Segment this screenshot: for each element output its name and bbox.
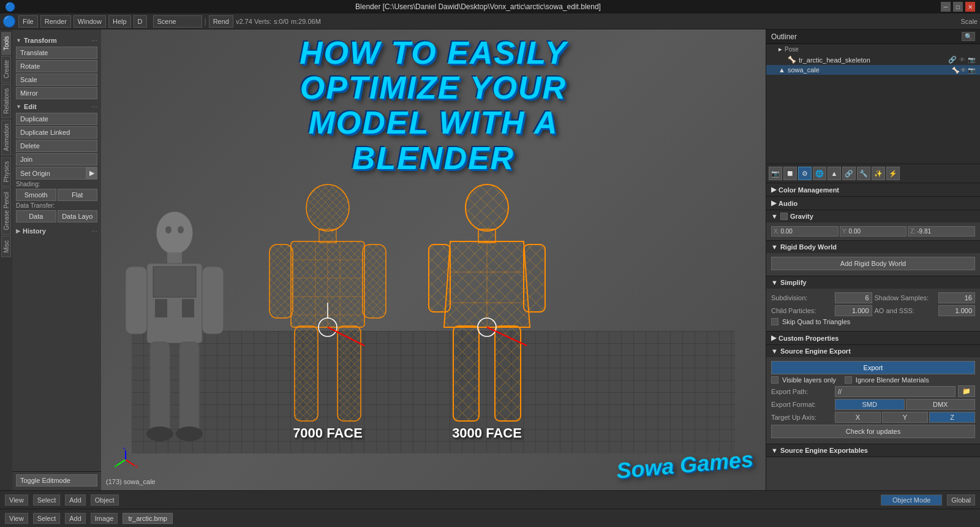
scene-input[interactable] [153, 15, 202, 28]
menu-file[interactable]: File [18, 15, 38, 28]
check-updates-button[interactable]: Check for updates [771, 425, 975, 438]
duplicate-linked-button[interactable]: Duplicate Linked [16, 126, 97, 138]
subdivision-value[interactable]: 6 [835, 292, 872, 303]
dmx-button[interactable]: DMX [906, 399, 976, 410]
image-button[interactable]: Image [91, 513, 118, 524]
simplify-header[interactable]: ▼ Simplify [766, 276, 980, 289]
duplicate-button[interactable]: Duplicate [16, 113, 97, 125]
prop-icon-scene[interactable]: ⚙ [798, 167, 812, 180]
vtab-grease-pencil[interactable]: Grease Pencil [1, 188, 11, 235]
delete-button[interactable]: Delete [16, 140, 97, 152]
transform-arrow: ▼ [16, 37, 21, 44]
gravity-x-field[interactable]: X: 0.00 [771, 226, 839, 237]
close-button[interactable]: ✕ [965, 2, 975, 12]
shadow-samples-value[interactable]: 16 [938, 292, 976, 303]
add-button[interactable]: Add [65, 495, 86, 506]
menu-window[interactable]: Window [74, 15, 106, 28]
maximize-button[interactable]: □ [953, 2, 963, 12]
source-engine-header[interactable]: ▼ Source Engine Export [766, 345, 980, 357]
select-button[interactable]: Select [33, 495, 61, 506]
color-management-header[interactable]: ▶ Color Management [766, 183, 980, 196]
object-mode-button[interactable]: Object Mode [881, 495, 942, 506]
ao-sss-value[interactable]: 1.000 [938, 305, 976, 316]
flat-button[interactable]: Flat [58, 189, 98, 201]
transform-options: ⋯ [91, 37, 97, 44]
object-button[interactable]: Object [91, 495, 119, 506]
custom-properties-header[interactable]: ▶ Custom Properties [766, 332, 980, 344]
export-path-browse[interactable]: 📁 [958, 385, 975, 397]
prop-icon-physics[interactable]: ⚡ [886, 167, 900, 180]
models-area: 7000 FACE [119, 180, 548, 441]
prop-icon-constraints[interactable]: 🔗 [842, 167, 856, 180]
render-button[interactable]: Rend [209, 15, 233, 28]
menu-d[interactable]: D [134, 15, 147, 28]
rigid-body-header[interactable]: ▼ Rigid Body World [766, 241, 980, 253]
vtab-physics[interactable]: Physics [1, 157, 11, 186]
head-skeleton-link-icon: 🔗 [948, 56, 957, 64]
viewport[interactable]: HOW TO EASILY OPTIMIZE YOUR MODEL WITH A… [101, 29, 766, 490]
vtab-tools[interactable]: Tools [1, 32, 11, 55]
audio-header[interactable]: ▶ Audio [766, 197, 980, 210]
toggle-editmode-button[interactable]: Toggle Editmode [16, 474, 97, 487]
view2-button[interactable]: View [5, 513, 28, 524]
outliner-restrict-view[interactable]: 👁 [959, 56, 965, 63]
menu-help[interactable]: Help [108, 15, 131, 28]
axis-z-button[interactable]: Z [929, 412, 975, 423]
axis-y-button[interactable]: Y [882, 412, 928, 423]
properties-panel: 📷 🔲 ⚙ 🌐 ▲ 🔗 🔧 ✨ ⚡ ▶ Color Management ▶ A… [766, 164, 980, 490]
mirror-button[interactable]: Mirror [16, 87, 97, 99]
vtab-animation[interactable]: Animation [1, 119, 11, 155]
titlebar-title: Blender [C:\Users\Daniel Dawid\Desktop\V… [355, 2, 601, 11]
vtab-create[interactable]: Create [1, 56, 11, 83]
prop-icon-object[interactable]: ▲ [827, 167, 841, 180]
outliner-filter[interactable]: 🔍 [962, 32, 975, 41]
sowa-cale-bone-icon[interactable]: 🦴 [952, 67, 959, 74]
prop-icon-modifiers[interactable]: 🔧 [857, 167, 870, 180]
set-origin-button[interactable]: Set Origin [16, 167, 86, 180]
prop-icon-world[interactable]: 🌐 [813, 167, 826, 180]
add2-button[interactable]: Add [65, 513, 86, 524]
scale-button[interactable]: Scale [16, 74, 97, 86]
menu-render[interactable]: Render [40, 15, 71, 28]
translate-button[interactable]: Translate [16, 47, 97, 59]
visible-layers-row: Visible layers only Ignore Blender Mater… [771, 376, 975, 384]
sowa-cale-render[interactable]: 📷 [968, 67, 975, 74]
gravity-header[interactable]: ▼ Gravity [766, 210, 980, 222]
select2-button[interactable]: Select [33, 513, 61, 524]
smooth-button[interactable]: Smooth [16, 189, 56, 201]
ignore-materials-checkbox[interactable] [845, 376, 852, 384]
skip-quad-checkbox[interactable] [771, 318, 778, 325]
props-toolbar: 📷 🔲 ⚙ 🌐 ▲ 🔗 🔧 ✨ ⚡ [766, 164, 980, 183]
view-button[interactable]: View [5, 495, 28, 506]
visible-layers-checkbox[interactable] [771, 376, 778, 384]
export-button[interactable]: Export [771, 361, 975, 374]
prop-icon-camera[interactable]: 📷 [769, 167, 782, 180]
join-button[interactable]: Join [16, 153, 97, 165]
sowa-cale-view[interactable]: 👁 [960, 67, 967, 74]
outliner-item-sowa-cale[interactable]: ▲ sowa_cale 🦴 👁 📷 [766, 65, 980, 75]
gravity-y-field[interactable]: Y: 0.00 [840, 226, 907, 237]
gravity-checkbox[interactable] [780, 213, 788, 220]
smd-button[interactable]: SMD [835, 399, 905, 410]
gravity-z-field[interactable]: Z: -9.81 [908, 226, 975, 237]
outliner-restrict-render[interactable]: 📷 [968, 56, 975, 63]
data-button[interactable]: Data [16, 210, 56, 222]
add-rigid-body-button[interactable]: Add Rigid Body World [771, 257, 975, 270]
source-engine-exportables-header[interactable]: ▼ Source Engine Exportables [766, 444, 980, 457]
global-button[interactable]: Global [947, 495, 975, 506]
vtab-misc[interactable]: Misc [1, 236, 11, 257]
outliner-item-head-skeleton[interactable]: 🦴 tr_arctic_head_skeleton 🔗 👁 📷 [766, 55, 980, 65]
set-origin-dropdown[interactable]: ▶ [86, 167, 97, 180]
visible-layers-label: Visible layers only [782, 376, 836, 384]
data-layo-button[interactable]: Data Layo [58, 210, 98, 222]
prop-icon-render[interactable]: 🔲 [783, 167, 797, 180]
axis-x-button[interactable]: X [835, 412, 881, 423]
minimize-button[interactable]: ─ [941, 2, 951, 12]
prop-icon-particles[interactable]: ✨ [872, 167, 885, 180]
export-path-value[interactable]: // [835, 386, 956, 397]
viewport-info: (173) sowa_cale [106, 478, 156, 485]
child-particles-value[interactable]: 1.000 [835, 305, 872, 316]
vtab-relations[interactable]: Relations [1, 84, 11, 118]
outliner-item-pose[interactable]: ▸ Pose [766, 44, 980, 55]
rotate-button[interactable]: Rotate [16, 60, 97, 72]
